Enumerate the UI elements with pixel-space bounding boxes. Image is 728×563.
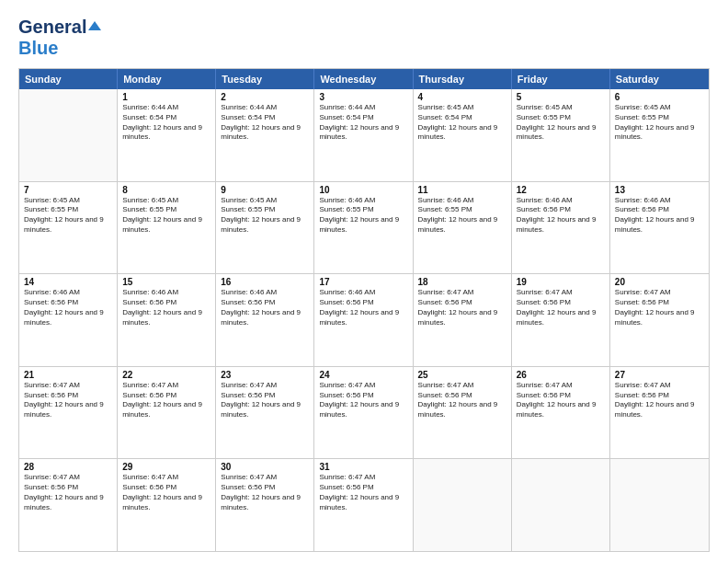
cell-sun-info: Sunrise: 6:46 AM Sunset: 6:56 PM Dayligh… bbox=[122, 288, 210, 327]
cell-sun-info: Sunrise: 6:46 AM Sunset: 6:55 PM Dayligh… bbox=[319, 196, 407, 236]
cell-sun-info: Sunrise: 6:46 AM Sunset: 6:56 PM Dayligh… bbox=[319, 288, 407, 327]
calendar-cell: 6Sunrise: 6:45 AM Sunset: 6:55 PM Daylig… bbox=[610, 89, 709, 181]
cell-sun-info: Sunrise: 6:47 AM Sunset: 6:56 PM Dayligh… bbox=[319, 381, 407, 420]
calendar-cell bbox=[19, 89, 118, 181]
day-number: 15 bbox=[122, 277, 210, 287]
cell-sun-info: Sunrise: 6:47 AM Sunset: 6:56 PM Dayligh… bbox=[517, 381, 605, 420]
weekday-header: Wednesday bbox=[314, 69, 413, 89]
calendar-cell: 5Sunrise: 6:45 AM Sunset: 6:55 PM Daylig… bbox=[512, 89, 610, 181]
day-number: 14 bbox=[24, 277, 112, 287]
day-number: 27 bbox=[615, 370, 704, 380]
logo-general-text: General bbox=[18, 17, 86, 38]
day-number: 5 bbox=[517, 92, 605, 102]
calendar-cell: 3Sunrise: 6:44 AM Sunset: 6:54 PM Daylig… bbox=[314, 89, 413, 181]
calendar-cell: 18Sunrise: 6:47 AM Sunset: 6:56 PM Dayli… bbox=[414, 274, 512, 366]
calendar-cell: 19Sunrise: 6:47 AM Sunset: 6:56 PM Dayli… bbox=[512, 274, 610, 366]
cell-sun-info: Sunrise: 6:44 AM Sunset: 6:54 PM Dayligh… bbox=[221, 103, 309, 143]
calendar-cell bbox=[610, 459, 709, 551]
cell-sun-info: Sunrise: 6:46 AM Sunset: 6:56 PM Dayligh… bbox=[221, 288, 309, 327]
cell-sun-info: Sunrise: 6:45 AM Sunset: 6:54 PM Dayligh… bbox=[418, 103, 506, 143]
calendar-week-row: 28Sunrise: 6:47 AM Sunset: 6:56 PM Dayli… bbox=[19, 459, 709, 551]
calendar-cell: 7Sunrise: 6:45 AM Sunset: 6:55 PM Daylig… bbox=[19, 182, 118, 274]
day-number: 12 bbox=[517, 185, 605, 195]
calendar-cell bbox=[512, 459, 610, 551]
day-number: 3 bbox=[319, 92, 407, 102]
calendar-cell: 10Sunrise: 6:46 AM Sunset: 6:55 PM Dayli… bbox=[314, 182, 413, 274]
calendar-cell: 23Sunrise: 6:47 AM Sunset: 6:56 PM Dayli… bbox=[216, 367, 314, 459]
day-number: 1 bbox=[122, 92, 210, 102]
cell-sun-info: Sunrise: 6:45 AM Sunset: 6:55 PM Dayligh… bbox=[24, 196, 112, 236]
day-number: 13 bbox=[615, 185, 704, 195]
calendar-cell: 8Sunrise: 6:45 AM Sunset: 6:55 PM Daylig… bbox=[118, 182, 216, 274]
cell-sun-info: Sunrise: 6:46 AM Sunset: 6:56 PM Dayligh… bbox=[517, 196, 605, 236]
day-number: 18 bbox=[418, 277, 506, 287]
header: General Blue bbox=[18, 17, 710, 59]
calendar-cell: 13Sunrise: 6:46 AM Sunset: 6:56 PM Dayli… bbox=[610, 182, 709, 274]
calendar-week-row: 7Sunrise: 6:45 AM Sunset: 6:55 PM Daylig… bbox=[19, 182, 709, 275]
day-number: 21 bbox=[24, 370, 112, 380]
calendar-cell: 20Sunrise: 6:47 AM Sunset: 6:56 PM Dayli… bbox=[610, 274, 709, 366]
calendar-cell: 9Sunrise: 6:45 AM Sunset: 6:55 PM Daylig… bbox=[216, 182, 314, 274]
calendar-cell bbox=[414, 459, 512, 551]
cell-sun-info: Sunrise: 6:47 AM Sunset: 6:56 PM Dayligh… bbox=[615, 381, 704, 420]
calendar-cell: 21Sunrise: 6:47 AM Sunset: 6:56 PM Dayli… bbox=[19, 367, 118, 459]
cell-sun-info: Sunrise: 6:47 AM Sunset: 6:56 PM Dayligh… bbox=[221, 473, 309, 512]
calendar-cell: 29Sunrise: 6:47 AM Sunset: 6:56 PM Dayli… bbox=[118, 459, 216, 551]
calendar-week-row: 21Sunrise: 6:47 AM Sunset: 6:56 PM Dayli… bbox=[19, 367, 709, 460]
calendar-cell: 27Sunrise: 6:47 AM Sunset: 6:56 PM Dayli… bbox=[610, 367, 709, 459]
page: General Blue SundayMondayTuesdayWednesda… bbox=[0, 0, 728, 563]
calendar-cell: 25Sunrise: 6:47 AM Sunset: 6:56 PM Dayli… bbox=[414, 367, 512, 459]
day-number: 6 bbox=[615, 92, 704, 102]
day-number: 8 bbox=[122, 185, 210, 195]
day-number: 10 bbox=[319, 185, 407, 195]
day-number: 22 bbox=[122, 370, 210, 380]
calendar-cell: 22Sunrise: 6:47 AM Sunset: 6:56 PM Dayli… bbox=[118, 367, 216, 459]
cell-sun-info: Sunrise: 6:44 AM Sunset: 6:54 PM Dayligh… bbox=[122, 103, 210, 143]
calendar-cell: 30Sunrise: 6:47 AM Sunset: 6:56 PM Dayli… bbox=[216, 459, 314, 551]
calendar-cell: 15Sunrise: 6:46 AM Sunset: 6:56 PM Dayli… bbox=[118, 274, 216, 366]
day-number: 23 bbox=[221, 370, 309, 380]
calendar-cell: 31Sunrise: 6:47 AM Sunset: 6:56 PM Dayli… bbox=[314, 459, 413, 551]
calendar-week-row: 14Sunrise: 6:46 AM Sunset: 6:56 PM Dayli… bbox=[19, 274, 709, 367]
day-number: 26 bbox=[517, 370, 605, 380]
day-number: 20 bbox=[615, 277, 704, 287]
day-number: 30 bbox=[221, 462, 309, 472]
day-number: 9 bbox=[221, 185, 309, 195]
day-number: 25 bbox=[418, 370, 506, 380]
day-number: 16 bbox=[221, 277, 309, 287]
logo-blue-text: Blue bbox=[18, 38, 101, 59]
calendar-cell: 16Sunrise: 6:46 AM Sunset: 6:56 PM Dayli… bbox=[216, 274, 314, 366]
cell-sun-info: Sunrise: 6:45 AM Sunset: 6:55 PM Dayligh… bbox=[517, 103, 605, 143]
calendar-cell: 1Sunrise: 6:44 AM Sunset: 6:54 PM Daylig… bbox=[118, 89, 216, 181]
cell-sun-info: Sunrise: 6:47 AM Sunset: 6:56 PM Dayligh… bbox=[24, 381, 112, 420]
calendar-body: 1Sunrise: 6:44 AM Sunset: 6:54 PM Daylig… bbox=[19, 89, 709, 551]
weekday-header: Thursday bbox=[414, 69, 512, 89]
cell-sun-info: Sunrise: 6:47 AM Sunset: 6:56 PM Dayligh… bbox=[24, 473, 112, 512]
calendar-week-row: 1Sunrise: 6:44 AM Sunset: 6:54 PM Daylig… bbox=[19, 89, 709, 182]
cell-sun-info: Sunrise: 6:46 AM Sunset: 6:56 PM Dayligh… bbox=[24, 288, 112, 327]
cell-sun-info: Sunrise: 6:47 AM Sunset: 6:56 PM Dayligh… bbox=[418, 288, 506, 327]
cell-sun-info: Sunrise: 6:45 AM Sunset: 6:55 PM Dayligh… bbox=[221, 196, 309, 236]
day-number: 29 bbox=[122, 462, 210, 472]
calendar-cell: 28Sunrise: 6:47 AM Sunset: 6:56 PM Dayli… bbox=[19, 459, 118, 551]
logo: General Blue bbox=[18, 17, 101, 59]
weekday-header: Saturday bbox=[610, 69, 709, 89]
day-number: 11 bbox=[418, 185, 506, 195]
cell-sun-info: Sunrise: 6:47 AM Sunset: 6:56 PM Dayligh… bbox=[517, 288, 605, 327]
cell-sun-info: Sunrise: 6:47 AM Sunset: 6:56 PM Dayligh… bbox=[122, 473, 210, 512]
day-number: 7 bbox=[24, 185, 112, 195]
weekday-header: Sunday bbox=[19, 69, 118, 89]
calendar-cell: 14Sunrise: 6:46 AM Sunset: 6:56 PM Dayli… bbox=[19, 274, 118, 366]
cell-sun-info: Sunrise: 6:47 AM Sunset: 6:56 PM Dayligh… bbox=[221, 381, 309, 420]
day-number: 19 bbox=[517, 277, 605, 287]
calendar-cell: 4Sunrise: 6:45 AM Sunset: 6:54 PM Daylig… bbox=[414, 89, 512, 181]
weekday-header: Friday bbox=[512, 69, 610, 89]
day-number: 2 bbox=[221, 92, 309, 102]
logo-arrow-icon bbox=[88, 21, 101, 30]
calendar-header: SundayMondayTuesdayWednesdayThursdayFrid… bbox=[19, 69, 709, 89]
calendar-cell: 11Sunrise: 6:46 AM Sunset: 6:55 PM Dayli… bbox=[414, 182, 512, 274]
cell-sun-info: Sunrise: 6:47 AM Sunset: 6:56 PM Dayligh… bbox=[122, 381, 210, 420]
cell-sun-info: Sunrise: 6:45 AM Sunset: 6:55 PM Dayligh… bbox=[615, 103, 704, 143]
day-number: 24 bbox=[319, 370, 407, 380]
calendar-cell: 12Sunrise: 6:46 AM Sunset: 6:56 PM Dayli… bbox=[512, 182, 610, 274]
